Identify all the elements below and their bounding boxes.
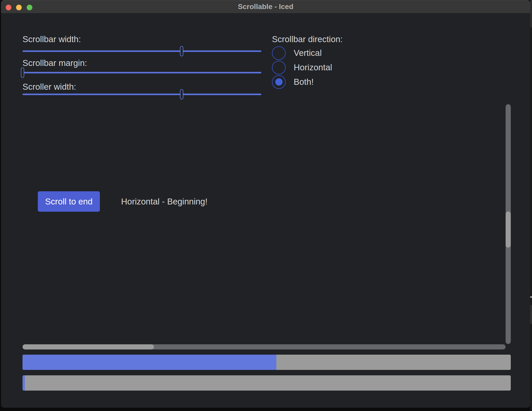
radio-label: Vertical: [294, 48, 322, 58]
horizontal-progress-bar: [23, 355, 511, 370]
scrollbar-margin-label: Scrollbar margin:: [23, 58, 87, 68]
radio-icon[interactable]: [272, 75, 286, 89]
scrollbar-width-label: Scrollbar width:: [23, 35, 81, 44]
scrollbar-margin-slider[interactable]: [23, 72, 261, 73]
background-window-titlebar-edge: [530, 0, 532, 27]
horizontal-scrollbar-track[interactable]: [23, 344, 506, 349]
scroll-status-text: Horizontal - Beginning!: [121, 191, 208, 212]
background-window-sliver: [530, 0, 532, 411]
scroller-width-label: Scroller width:: [23, 82, 76, 92]
background-window-scrollbar-edge: [530, 305, 532, 324]
window-title: Scrollable - Iced: [1, 0, 530, 14]
radio-icon[interactable]: [272, 61, 286, 74]
slider-handle[interactable]: [21, 67, 24, 78]
vertical-scrollbar-thumb[interactable]: [506, 211, 511, 248]
radio-option-vertical[interactable]: Vertical: [272, 46, 322, 60]
radio-label: Horizontal: [294, 63, 332, 72]
vertical-scrollbar-track[interactable]: [506, 104, 511, 344]
progress-fill: [23, 355, 276, 370]
horizontal-scrollbar-thumb[interactable]: [23, 344, 154, 349]
slider-handle[interactable]: [180, 89, 183, 100]
radio-label: Both!: [294, 77, 314, 87]
slider-handle[interactable]: [180, 46, 183, 56]
radio-icon[interactable]: [272, 46, 286, 60]
vertical-progress-bar: [23, 375, 511, 391]
titlebar: Scrollable - Iced: [1, 0, 530, 13]
scroll-to-end-button[interactable]: Scroll to end: [38, 191, 100, 212]
app-window: Scrollable - Iced Scrollbar width: Scrol…: [1, 0, 530, 408]
radio-option-both[interactable]: Both!: [272, 75, 314, 89]
scroller-width-slider[interactable]: [23, 94, 261, 95]
background-window-scrollbar-tick: [530, 296, 532, 298]
progress-fill: [23, 375, 25, 391]
scrollbar-direction-label: Scrollbar direction:: [272, 35, 343, 44]
radio-option-horizontal[interactable]: Horizontal: [272, 60, 332, 74]
scrollbar-width-slider[interactable]: [23, 50, 261, 52]
